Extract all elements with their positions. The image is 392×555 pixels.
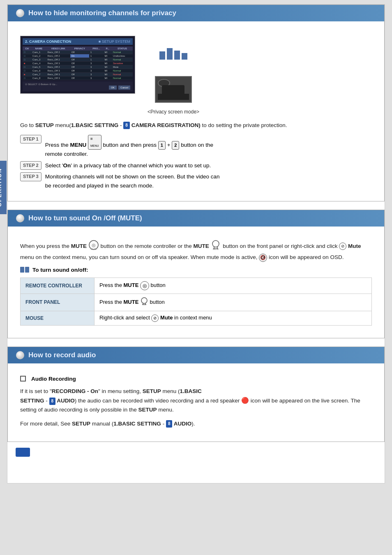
sound-row-mouse: MOUSE Right-click and select ⊘ Mute in c… [21,311,372,325]
intro-menu: menu( [54,122,71,128]
row-status: Undisclosu [112,54,133,58]
mouse-desc-post: in context menu [174,314,212,321]
section-privacy: How to hide monitoring channels for priv… [7,5,385,201]
section1-title: How to hide monitoring channels for priv… [28,9,176,17]
intro-go-to: Go to [20,122,35,128]
mute-intro-5: icon will be appeared on OSD. [269,254,344,260]
mute-bold-3: Mute [348,243,361,249]
red-speaker-icon: 🔴 [241,395,249,405]
row-status: Normal [112,69,133,73]
right-click-icon: ⊘ [339,243,346,250]
mute-intro-1: When you press the [20,243,71,249]
row-name: Cam_2 [31,54,46,58]
row-p1: 1 [89,58,104,62]
row-ch: □ [23,76,31,80]
row-name: Cam_4 [31,62,46,65]
remote-mute-icon: ◎ [140,281,149,290]
row-video: Recv_Off 3 [46,62,70,65]
row-ch: □ [23,54,31,58]
camera-footer-left: ⊙ SELECT ⊙ Bottom ⊘ Up... [25,83,57,90]
step1-line: STEP 1 Press the MENU ≡MENU button and t… [20,135,372,159]
p2-basic: 1.BASIC SETTING [113,421,161,427]
section1-content: 2. CAMERA CONNECTION ■ SETUP SYSTEM CH N… [8,21,384,201]
bar3 [174,51,180,60]
bar4 [182,53,187,60]
p2-for: For more detail, See [20,421,72,427]
mute-intro-3: button on the front panel or right-click… [223,243,339,249]
step3-line: STEP 3 Monitoring channels will not be s… [20,172,372,190]
privacy-caption: <Privacy screen mode> [148,109,199,115]
privacy-thumbnail [155,76,192,103]
col-ch: CH [23,46,31,51]
intro-camera-reg: CAMERA REGISTRATION) [131,122,201,128]
camera-connection-screenshot: 2. CAMERA CONNECTION ■ SETUP SYSTEM CH N… [20,36,135,94]
row-video: Recv_Off 2 [46,54,70,58]
row-name: Cam_3 [31,58,46,62]
front-desc-post: button [150,299,165,305]
section1-header: How to hide monitoring channels for priv… [8,5,384,21]
p1-basic: 1.BASIC [180,388,201,394]
step1-text2: button and then press [101,142,157,148]
section3-content: Audio Recording If it is set to "RECORDI… [8,363,384,442]
section2-title: How to turn sound On /Off (MUTE) [28,214,142,222]
intro-badge: 8 [123,122,130,129]
intro-todo: to do setting the private protection. [201,122,287,128]
row-ch: □ [23,51,31,54]
step1-menu-label: MENU [70,142,88,148]
section3-title: How to record audio [28,351,96,359]
row-p2: MI [104,54,112,58]
row-video: Recv_Off 2 [46,51,70,54]
row-privacy: Off [70,58,89,62]
p2-dash: - [161,421,166,427]
section3-paragraph2: For more detail, See SETUP manual (1.BAS… [20,419,372,428]
step2-text1: Select ' [45,162,63,169]
sound-row-remote: REMOTE CONTROLLER Press the MUTE ◎ butto… [21,278,372,294]
mouse-desc-bold: Mute [160,314,173,321]
cancel-button[interactable]: Cancel [118,86,130,90]
step1-badge: STEP 1 [20,135,42,144]
table-row: □ Cam_1 Recv_Off 2 Off 1 MI Normal [23,51,133,54]
row-p2: MI [104,58,112,62]
table-row: ■ Cam_7 Recv_Off 3 Off 3 MI Normal [23,73,133,76]
mute-bold-1: MUTE [71,243,88,249]
mouse-desc: Right-click and select ⊘ Mute in context… [95,311,372,325]
row-status: Sensitive [112,62,133,65]
row-privacy: On [70,54,89,58]
mouse-label: MOUSE [21,311,95,325]
p1-paren: ) the audio can be recorded with video r… [75,398,241,404]
sidebar-label: OPERATION [0,168,2,207]
table-row: □ Cam_3 Recv_Off 2 Off 1 MI Normal [23,58,133,62]
sound-subsection-label: To turn sound on/off: [32,267,88,273]
p2-manual: manual ( [90,421,113,427]
svg-text:MUTE: MUTE [213,248,219,250]
row-ch: □ [23,65,31,69]
camera-footer: ⊙ SELECT ⊙ Bottom ⊘ Up... OK Cancel [23,81,133,91]
row-p2: MI [104,62,112,65]
svg-text:◎: ◎ [92,243,96,247]
table-row: □ Cam_8 Recv_Off 3 Off 3 MI Normal [23,76,133,80]
front-desc-pre: Press the [99,299,124,305]
table-row: □ Cam_5 Recv_Off 2 Off 3 MI Mute [23,65,133,69]
section1-bullet-icon [16,9,24,17]
mouse-desc-pre: Right-click and select [99,314,151,321]
col-privacy: PRIVACY [70,46,89,51]
p1-setup2: SETUP [138,407,157,413]
row-p1: 1 [89,51,104,54]
row-video: Recv_Off 3 [46,69,70,73]
camera-footer-buttons[interactable]: OK Cancel [109,83,130,90]
p1-menu: menu ( [161,388,180,394]
row-p1: 3 [89,69,104,73]
key-1-icon: 1 [158,141,166,150]
mute-front-icon: MUTE [210,240,221,253]
bar2 [167,48,173,60]
row-video: Recv_Off 2 [46,58,70,62]
bar1 [159,51,165,60]
p1-dash: - [44,398,49,404]
row-privacy: Off [70,73,89,76]
row-p2: MI [104,65,112,69]
audio-subheading: Audio Recording [20,376,372,382]
mute-bold-2: MUTE [193,243,210,249]
row-name: Cam_8 [31,76,46,80]
ok-button[interactable]: OK [109,86,117,90]
table-row: □ Cam_2 Recv_Off 2 On 1 MI Undisclosu [23,54,133,58]
